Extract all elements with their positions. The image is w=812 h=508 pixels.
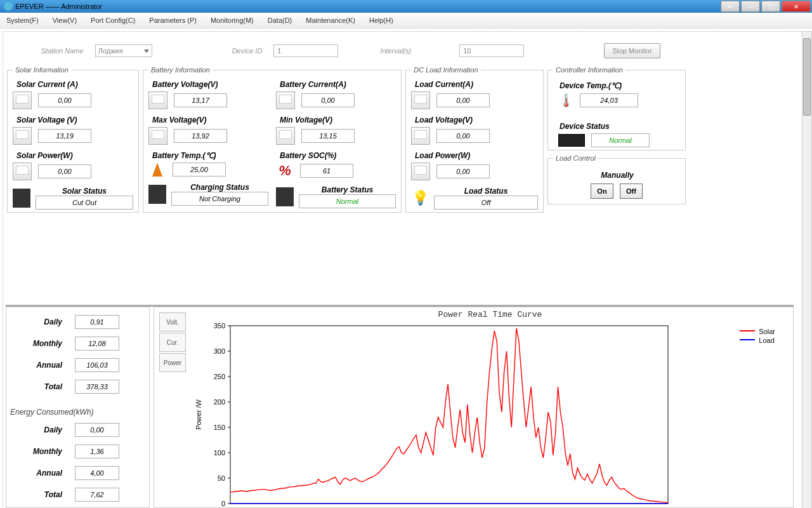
solar-voltage-label: Solar Voltage (V) <box>16 116 131 124</box>
group-battery-legend: Battery Information <box>148 66 213 74</box>
battery-status-label: Battery Status <box>299 185 396 194</box>
legend-swatch-solar <box>740 330 755 331</box>
device-status-label: Device Status <box>560 122 680 131</box>
group-load-control-legend: Load Control <box>553 154 598 162</box>
gauge-icon <box>411 127 430 145</box>
load-current-label: Load Current(A) <box>415 80 535 89</box>
svg-text:50: 50 <box>218 474 225 482</box>
gauge-icon <box>276 127 295 145</box>
menu-data[interactable]: Data(D) <box>268 17 292 24</box>
thermometer-icon: 🌡️ <box>558 93 573 108</box>
con-monthly-label: Monthly <box>18 447 62 456</box>
chart-legend: Solar Load <box>740 328 775 345</box>
device-temp-label: Device Temp.(℃) <box>560 81 680 90</box>
load-current-value: 0,00 <box>436 93 490 107</box>
svg-text:350: 350 <box>214 322 225 330</box>
energy-consumed-header: Energy Consumed(kWh) <box>6 405 149 419</box>
cone-icon <box>152 163 162 177</box>
con-annual-label: Annual <box>18 469 62 478</box>
svg-text:250: 250 <box>214 373 225 380</box>
svg-text:150: 150 <box>214 424 225 431</box>
tab-cur[interactable]: Cur. <box>159 333 186 352</box>
gen-total-value: 378,33 <box>75 380 119 394</box>
load-power-label: Load Power(W) <box>415 151 535 160</box>
group-solar-legend: Solar Information <box>13 66 71 74</box>
load-on-button[interactable]: On <box>591 184 613 199</box>
group-solar: Solar Information Solar Current (A) 0,00… <box>7 66 139 213</box>
gauge-icon <box>148 91 167 109</box>
menu-system[interactable]: System(F) <box>6 17 39 24</box>
toolbar-row: Station Name Лоджия Device ID 1 Interval… <box>3 32 802 66</box>
station-name-combo[interactable]: Лоджия <box>95 44 152 57</box>
con-monthly-value: 1,36 <box>75 444 119 458</box>
charging-status-value: Not Charging <box>171 192 268 206</box>
interval-field[interactable]: 10 <box>459 44 524 57</box>
menu-monitoring[interactable]: Monitoring(M) <box>211 17 254 24</box>
min-voltage-label: Min Voltage(V) <box>280 116 393 124</box>
chevron-down-icon <box>144 50 149 53</box>
group-load-control: Load Control Manually On Off <box>547 154 686 204</box>
group-controller: Controller Information Device Temp.(℃) 🌡… <box>547 66 686 150</box>
device-id-field[interactable]: 1 <box>273 44 338 57</box>
load-power-value: 0,00 <box>436 164 490 178</box>
load-voltage-label: Load Voltage(V) <box>415 116 535 124</box>
battery-soc-label: Battery SOC(%) <box>280 151 393 160</box>
interval-label: Interval(s) <box>380 47 411 55</box>
max-voltage-label: Max Voltage(V) <box>152 116 266 124</box>
solar-status-label: Solar Status <box>36 187 133 196</box>
stop-monitor-button[interactable]: Stop Monitor <box>604 43 660 58</box>
window-restore-alt-button[interactable]: ⇔ <box>721 1 740 12</box>
menu-parameters[interactable]: Parameters (P) <box>149 17 197 24</box>
window-close-button[interactable]: ✕ <box>782 1 811 12</box>
battery-current-label: Battery Current(A) <box>280 80 393 89</box>
device-icon <box>558 134 585 147</box>
scrollbar-thumb[interactable] <box>803 38 811 116</box>
menu-port-config[interactable]: Port Config(C) <box>91 17 135 24</box>
load-control-mode: Manually <box>557 171 678 180</box>
window-minimize-button[interactable]: — <box>741 1 760 12</box>
window-maximize-button[interactable]: ▢ <box>761 1 780 12</box>
svg-text:200: 200 <box>214 398 225 406</box>
menu-maintenance[interactable]: Maintenance(K) <box>306 17 355 24</box>
battery-icon <box>148 185 166 204</box>
con-total-value: 7,62 <box>75 488 119 502</box>
chart-panel: Volt. Cur. Power Power Real Time Curve S… <box>154 307 794 508</box>
load-off-button[interactable]: Off <box>620 184 643 199</box>
gauge-icon <box>411 91 430 109</box>
station-name-label: Station Name <box>41 47 84 55</box>
gen-daily-value: 0,91 <box>75 315 119 329</box>
gauge-icon <box>13 163 32 180</box>
svg-text:Power /W: Power /W <box>195 399 202 430</box>
legend-swatch-load <box>740 339 755 340</box>
app-icon <box>4 2 13 11</box>
group-battery: Battery Information Battery Voltage(V) 1… <box>143 66 402 213</box>
percent-icon: % <box>276 163 294 179</box>
bulb-icon: 💡 <box>411 190 429 206</box>
con-daily-value: 0,00 <box>75 423 119 437</box>
solar-power-label: Solar Power(W) <box>16 151 131 160</box>
solar-panel-icon <box>13 189 30 208</box>
menubar: System(F) View(V) Port Config(C) Paramet… <box>0 13 812 29</box>
battery-soc-value: 61 <box>300 164 353 178</box>
window-title: EPEVER —— Administrator <box>15 3 102 10</box>
gauge-icon <box>276 91 295 109</box>
battery-voltage-label: Battery Voltage(V) <box>152 80 266 89</box>
tab-power[interactable]: Power <box>159 353 186 372</box>
station-name-value: Лоджия <box>98 47 123 55</box>
con-annual-value: 4,00 <box>75 466 119 480</box>
menu-view[interactable]: View(V) <box>53 17 77 24</box>
battery-temp-value: 25,00 <box>173 163 226 177</box>
solar-current-value: 0,00 <box>38 93 91 107</box>
tab-volt[interactable]: Volt. <box>159 312 186 331</box>
solar-voltage-value: 13,19 <box>38 129 91 143</box>
load-status-value: Off <box>434 196 538 210</box>
vertical-scrollbar[interactable] <box>802 31 812 508</box>
menu-help[interactable]: Help(H) <box>369 17 393 24</box>
chart-svg: 050100150200250300350Power /W10:32:0713:… <box>192 319 744 508</box>
group-controller-legend: Controller Information <box>553 66 625 74</box>
gen-monthly-label: Monthly <box>18 339 62 348</box>
gen-daily-label: Daily <box>18 318 62 326</box>
chart-title: Power Real Time Curve <box>192 310 788 319</box>
gauge-icon <box>148 127 167 145</box>
gen-total-label: Total <box>18 382 62 391</box>
